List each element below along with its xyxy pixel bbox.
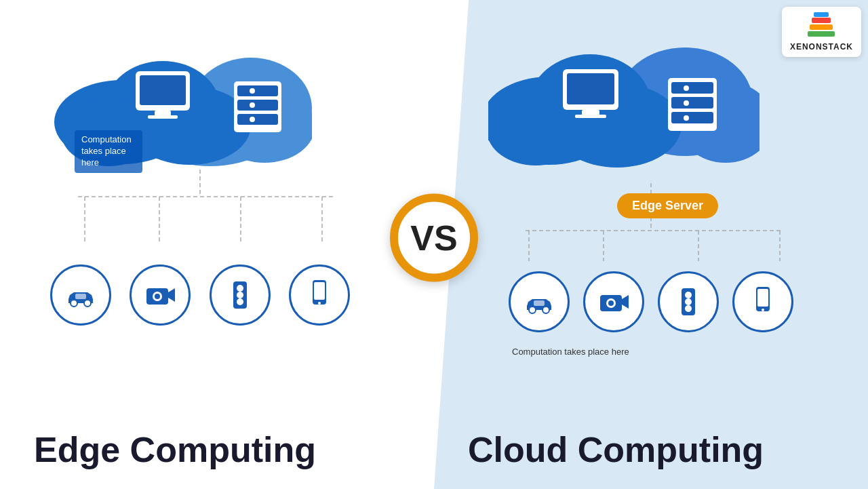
svg-rect-18 — [237, 114, 278, 125]
svg-point-79 — [762, 309, 764, 311]
svg-rect-16 — [237, 85, 278, 96]
svg-point-56 — [684, 85, 689, 91]
svg-rect-54 — [671, 97, 713, 109]
vs-circle: VS — [390, 193, 478, 281]
svg-point-57 — [684, 100, 689, 106]
left-computation-label: Computation takes place here — [75, 130, 142, 173]
svg-rect-50 — [582, 110, 599, 115]
right-computation-label: Computation takes place here — [512, 346, 629, 358]
svg-point-21 — [250, 117, 255, 122]
svg-point-29 — [84, 300, 91, 307]
svg-point-38 — [237, 298, 243, 305]
svg-point-34 — [155, 294, 160, 299]
svg-point-41 — [318, 302, 321, 305]
right-camera-icon — [583, 271, 644, 332]
logo-text: XENONSTACK — [790, 42, 853, 52]
svg-point-20 — [250, 102, 255, 108]
svg-point-67 — [542, 307, 549, 313]
svg-rect-3 — [814, 12, 829, 17]
right-car-icon — [509, 271, 570, 332]
svg-rect-1 — [810, 24, 833, 30]
svg-rect-55 — [671, 112, 713, 123]
svg-rect-2 — [812, 18, 831, 23]
svg-rect-12 — [140, 75, 186, 105]
svg-rect-40 — [314, 282, 325, 300]
left-connectors — [41, 170, 373, 271]
svg-rect-53 — [671, 82, 713, 94]
right-cloud-svg — [488, 20, 760, 170]
svg-point-58 — [684, 115, 689, 121]
left-title: Edge Computing — [34, 429, 316, 470]
svg-marker-70 — [622, 295, 629, 309]
left-camera-icon — [130, 265, 191, 326]
logo-icon — [804, 12, 838, 39]
right-title: Cloud Computing — [468, 429, 764, 470]
edge-server-label: Edge Server — [617, 193, 718, 218]
vs-text: VS — [410, 217, 457, 258]
svg-point-72 — [608, 300, 614, 306]
left-traffic-icon — [210, 265, 271, 326]
svg-rect-68 — [534, 300, 545, 306]
svg-rect-30 — [75, 294, 86, 299]
right-devices — [502, 271, 800, 332]
svg-point-37 — [237, 292, 243, 298]
svg-point-75 — [685, 298, 692, 305]
svg-point-36 — [237, 285, 243, 292]
svg-rect-49 — [567, 73, 614, 104]
svg-point-28 — [71, 300, 77, 307]
svg-marker-32 — [168, 288, 175, 302]
svg-point-19 — [250, 88, 255, 94]
left-devices — [41, 265, 359, 326]
left-car-icon — [50, 265, 111, 326]
svg-rect-17 — [237, 100, 278, 111]
svg-rect-13 — [155, 111, 171, 116]
svg-point-76 — [685, 305, 692, 312]
svg-rect-0 — [808, 31, 835, 37]
svg-point-66 — [529, 307, 536, 313]
right-cloud — [488, 20, 760, 170]
logo: XENONSTACK — [782, 7, 861, 57]
right-traffic-icon — [658, 271, 719, 332]
svg-point-74 — [685, 292, 692, 298]
svg-rect-78 — [757, 289, 768, 307]
svg-rect-14 — [148, 115, 178, 119]
left-mobile-icon — [289, 265, 350, 326]
right-mobile-icon — [732, 271, 793, 332]
svg-rect-51 — [575, 115, 606, 118]
